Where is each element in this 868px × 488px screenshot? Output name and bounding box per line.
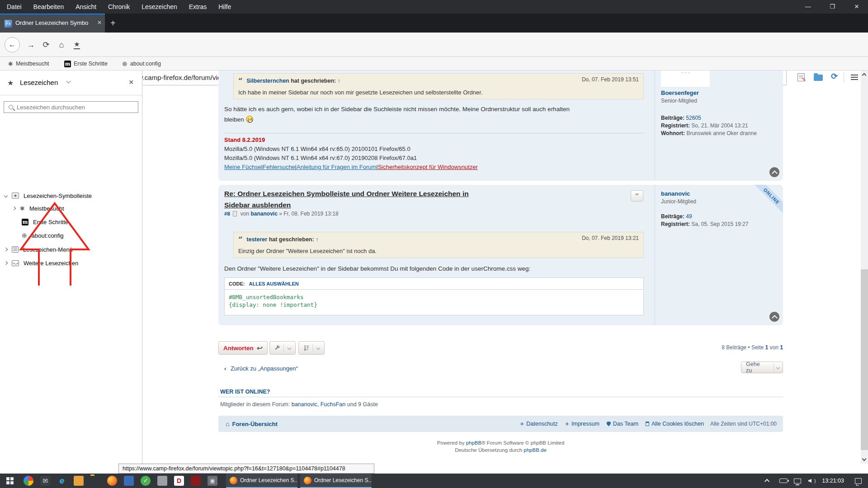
scroll-up-arrow[interactable] [862, 73, 867, 78]
menu-item-history[interactable]: Chronik [103, 0, 135, 14]
sidebar-search-input[interactable] [17, 104, 130, 111]
hidden-icons-chevron[interactable] [764, 479, 769, 484]
taskbar-app-d-icon[interactable]: D [174, 476, 184, 486]
imprint-link[interactable]: Impressum [571, 421, 599, 427]
sidebar-search-box[interactable] [4, 101, 138, 113]
close-button[interactable]: ✕ [845, 0, 868, 14]
board-index-link[interactable]: Foren-Übersicht [232, 421, 277, 427]
sidebar-item-bookmarks-menu[interactable]: Lesezeichen-Menü [5, 244, 73, 254]
battery-icon[interactable] [779, 479, 788, 483]
member-link[interactable]: FuchsFan [321, 401, 346, 408]
phpbb-link[interactable]: phpBB [466, 440, 482, 446]
sync-extension-icon[interactable]: ⟳ [831, 71, 838, 81]
post-number-link[interactable]: #8 [224, 211, 230, 216]
sidebar-title[interactable]: Lesezeichen [20, 79, 58, 86]
scroll-top-button[interactable] [769, 167, 779, 177]
reload-button[interactable]: ⟳ [39, 33, 53, 57]
code-content[interactable]: #BMB_unsortedBookmarks {display: none !i… [225, 290, 643, 312]
phpbb-de-link[interactable]: phpBB.de [524, 447, 547, 453]
posts-count-link[interactable]: 49 [686, 213, 692, 220]
signature-link[interactable]: Anleitung für Fragen im Forum [297, 164, 376, 170]
taskbar-app-ie-icon[interactable]: e [57, 476, 67, 486]
menu-item-edit[interactable]: Bearbeiten [28, 0, 69, 14]
select-all-link[interactable]: ALLES AUSWÄHLEN [249, 281, 299, 286]
taskbar-app-icon[interactable] [124, 476, 134, 486]
quote-jump-icon[interactable]: ↑ [316, 236, 318, 243]
forward-button[interactable]: → [24, 33, 38, 57]
taskbar-app-icon[interactable] [74, 476, 84, 486]
goto-dropdown-button[interactable]: Gehe zu [741, 361, 783, 373]
hamburger-menu-icon[interactable] [851, 75, 858, 75]
new-tab-button[interactable]: + [110, 17, 116, 29]
scrollbar-thumb[interactable] [861, 269, 868, 450]
action-center-icon[interactable] [855, 478, 862, 484]
signature-link[interactable]: Meine Füchse [224, 164, 261, 170]
maximize-button[interactable]: ❐ [821, 0, 844, 14]
sidebar-item-toolbar-folder[interactable]: ★ Lesezeichen-Symbolleiste [5, 191, 92, 201]
taskbar-app-icon[interactable]: ▣ [208, 476, 217, 486]
menu-item-help[interactable]: Hilfe [213, 0, 236, 14]
menu-item-bookmarks[interactable]: Lesezeichen [137, 0, 182, 14]
back-button[interactable]: ← [4, 33, 21, 57]
quote-author-link[interactable]: testerer [246, 236, 267, 243]
bookmark-meistbesucht[interactable]: ✱ Meistbesucht [8, 57, 49, 70]
reply-button[interactable]: Antworten ↩ [218, 341, 268, 355]
post-title-link[interactable]: Re: Ordner Lesezeichen Symbolleiste und … [224, 188, 486, 211]
menu-item-tools[interactable]: Extras [184, 0, 212, 14]
sort-button[interactable] [298, 341, 325, 355]
posts-count-link[interactable]: 52605 [686, 115, 701, 121]
taskbar-app-icon[interactable] [191, 476, 201, 486]
avatar[interactable]: ~ ~ ~ [661, 70, 710, 87]
sidebar-item-other-bookmarks[interactable]: Weitere Lesezeichen [5, 258, 78, 268]
twisty-closed-icon[interactable] [12, 206, 16, 210]
library-button[interactable]: ★ [70, 33, 84, 57]
sidebar-item-meistbesucht[interactable]: ✱ Meistbesucht [13, 203, 64, 213]
taskbar-window-firefox-1[interactable]: Ordner Lesezeichen S... [226, 474, 297, 488]
tab-active[interactable]: Fx Ordner Lesezeichen Symbo ✕ [0, 14, 105, 33]
signature: Stand 8.2.2019 Mozilla/5.0 (Windows NT 6… [224, 136, 478, 172]
quote-post-button[interactable]: “ [631, 190, 643, 202]
profile-username-link[interactable]: Boersenfeger [661, 89, 699, 96]
scroll-top-button[interactable] [769, 312, 779, 322]
notes-extension-icon[interactable] [797, 73, 805, 81]
profile-username-link[interactable]: bananovic [661, 190, 690, 197]
menu-item-view[interactable]: Ansicht [71, 0, 101, 14]
folder-extension-icon[interactable] [814, 75, 823, 81]
scroll-down-arrow[interactable] [862, 457, 867, 461]
quote-jump-icon[interactable]: ↑ [338, 78, 340, 84]
start-button[interactable] [6, 477, 14, 484]
privacy-link[interactable]: Datenschutz [526, 421, 557, 427]
taskbar-firefox-icon[interactable] [107, 476, 117, 486]
taskbar-clock[interactable]: 13:21:03 [822, 478, 844, 484]
vertical-scrollbar[interactable] [861, 70, 868, 464]
minimize-button[interactable]: — [797, 0, 819, 14]
team-link[interactable]: Das Team [613, 421, 638, 427]
twisty-open-icon[interactable] [4, 194, 8, 197]
taskbar-antivirus-icon[interactable]: ✓ [141, 476, 151, 486]
tab-close-icon[interactable]: ✕ [97, 19, 102, 26]
taskbar-app-mail-icon[interactable] [40, 476, 50, 486]
bookmark-erste-schritte[interactable]: m Erste Schritte [64, 57, 108, 70]
quote-author-link[interactable]: Silbersternchen [246, 78, 289, 84]
speaker-icon[interactable] [808, 479, 811, 483]
taskbar-app-icon[interactable] [157, 476, 167, 486]
member-link[interactable]: bananovic [292, 401, 317, 408]
sidebar-item-about-config[interactable]: ⊕ about:config [22, 230, 64, 240]
twisty-closed-icon[interactable] [4, 261, 8, 265]
chevron-down-icon[interactable] [66, 79, 71, 84]
signature-link[interactable]: Fehlersuche [263, 164, 295, 170]
bookmark-about-config[interactable]: ⊕ about:config [122, 57, 161, 70]
home-button[interactable]: ⌂ [54, 33, 69, 57]
network-icon[interactable] [794, 479, 801, 483]
delete-cookies-link[interactable]: Alle Cookies löschen [651, 421, 704, 427]
signature-link[interactable]: Sicherheitskonzept für Windowsnutzer [378, 164, 478, 170]
topic-tools-button[interactable] [269, 341, 296, 355]
twisty-closed-icon[interactable] [4, 248, 8, 251]
back-to-forum-link[interactable]: ‹ Zurück zu „Anpassungen“ [224, 365, 298, 372]
menu-item-file[interactable]: Datei [2, 0, 27, 14]
sidebar-close-icon[interactable]: ✕ [128, 79, 134, 86]
post-author-link[interactable]: bananovic [251, 211, 278, 217]
sidebar-item-erste-schritte[interactable]: m Erste Schritte [22, 217, 68, 227]
taskbar-app-browser-icon[interactable] [24, 476, 33, 486]
taskbar-window-firefox-2[interactable]: Ordner Lesezeichen S... [300, 474, 372, 488]
